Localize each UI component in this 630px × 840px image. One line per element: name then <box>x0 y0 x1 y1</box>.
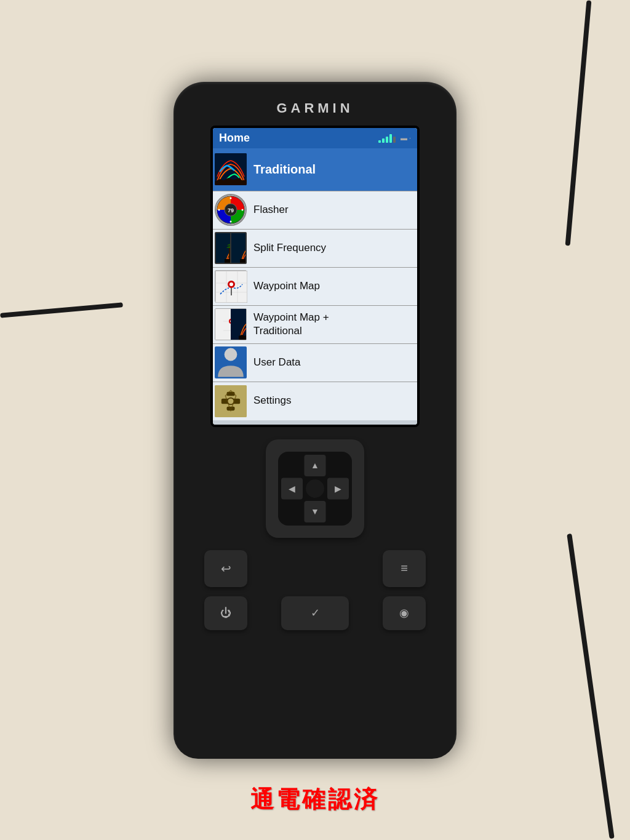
flasher-dial-svg: 79 <box>216 194 245 226</box>
confirm-button[interactable]: ✓ <box>281 596 349 630</box>
traditional-label: Traditional <box>249 161 316 177</box>
menu-item-user-data[interactable]: User Data <box>213 344 417 382</box>
waypoint-map-traditional-label: Waypoint Map +Traditional <box>249 311 329 338</box>
menu-item-traditional[interactable]: Traditional <box>213 148 417 191</box>
traditional-icon <box>213 151 249 187</box>
waypoint-map-label: Waypoint Map <box>249 279 320 293</box>
screen-title: Home <box>219 132 250 145</box>
flasher-icon: 79 <box>213 192 249 228</box>
signal-bar-1 <box>378 140 381 143</box>
dpad-container: ▲ ▼ ◀ ▶ <box>266 439 364 538</box>
svg-point-4 <box>230 198 232 199</box>
settings-label: Settings <box>249 394 291 407</box>
traditional-sonar-svg <box>215 153 247 185</box>
wpt-right-svg <box>231 309 246 340</box>
power-button[interactable]: ⏻ <box>204 596 247 630</box>
back-button[interactable]: ↩ <box>204 550 247 587</box>
split-frequency-label: Split Frequency <box>249 241 326 255</box>
settings-icon <box>213 383 249 419</box>
cable-decoration-left <box>0 302 123 318</box>
screen-bezel: Home ▬ · <box>210 126 420 427</box>
back-icon: ↩ <box>221 561 231 576</box>
svg-rect-22 <box>223 309 231 340</box>
user-data-icon <box>213 345 249 380</box>
svg-text:79: 79 <box>228 207 234 214</box>
side-buttons-row: ↩ ≡ <box>204 550 426 587</box>
dpad-right-button[interactable]: ▶ <box>327 478 349 499</box>
settings-gear-svg <box>215 385 247 417</box>
menu-item-settings[interactable]: Settings <box>213 382 417 420</box>
waypoint-map-icon <box>213 268 249 304</box>
status-icons: ▬ · <box>378 133 411 143</box>
userdata-person-svg <box>215 346 247 378</box>
menu-item-split-frequency[interactable]: Split Frequency <box>213 230 417 268</box>
device-top: GARMIN Home <box>173 82 457 427</box>
svg-point-30 <box>225 348 237 361</box>
status-bar: Home ▬ · <box>213 128 417 148</box>
signal-bar-5 <box>393 137 396 143</box>
waypoint-map-traditional-icon <box>213 306 249 342</box>
menu-item-waypoint-map-traditional[interactable]: Waypoint Map +Traditional <box>213 306 417 344</box>
wpt-left-svg <box>215 309 231 340</box>
svg-rect-12 <box>240 259 245 263</box>
bottom-buttons-row: ⏻ ✓ ◉ <box>204 596 426 630</box>
menu-item-waypoint-map[interactable]: Waypoint Map <box>213 268 417 306</box>
signal-bars-icon <box>378 133 396 143</box>
signal-bar-3 <box>386 137 388 143</box>
cable-decoration-top-right <box>565 0 592 246</box>
flasher-label: Flasher <box>249 203 289 217</box>
dpad-down-button[interactable]: ▼ <box>305 501 326 522</box>
dpad-center-button[interactable] <box>306 479 324 498</box>
split-left-svg <box>216 233 230 263</box>
svg-point-7 <box>242 209 244 211</box>
signal-bar-2 <box>382 138 385 143</box>
power-icon: ⏻ <box>220 607 231 620</box>
user-data-label: User Data <box>249 356 301 369</box>
brand-label: GARMIN <box>276 100 353 116</box>
battery-icon: ▬ · <box>401 134 411 142</box>
menu-item-flasher[interactable]: 79 Flasher <box>213 191 417 230</box>
garmin-device: GARMIN Home <box>173 82 457 759</box>
dpad-left-button[interactable]: ◀ <box>281 478 303 499</box>
menu-button[interactable]: ≡ <box>383 550 426 587</box>
japanese-text-overlay: 通電確認済 <box>250 784 380 815</box>
waypoint-button[interactable]: ◉ <box>383 596 426 630</box>
svg-point-6 <box>218 209 220 211</box>
checkmark-icon: ✓ <box>311 606 320 620</box>
menu-icon-ctrl: ≡ <box>401 561 408 575</box>
split-frequency-icon <box>213 230 249 266</box>
svg-rect-9 <box>225 259 230 263</box>
dpad: ▲ ▼ ◀ ▶ <box>278 452 352 526</box>
svg-point-5 <box>230 221 232 223</box>
dpad-up-button[interactable]: ▲ <box>305 455 326 476</box>
controls-area: ▲ ▼ ◀ ▶ ↩ ≡ ⏻ ✓ ◉ <box>173 427 457 759</box>
split-right-svg <box>231 233 245 263</box>
pin-icon: ◉ <box>399 606 409 620</box>
svg-point-20 <box>229 282 233 286</box>
cable-decoration-bottom-right <box>567 534 615 839</box>
screen: Home ▬ · <box>213 128 417 425</box>
menu-list: Traditional <box>213 148 417 425</box>
waypoint-map-svg <box>215 271 247 303</box>
signal-bar-4 <box>389 134 392 143</box>
